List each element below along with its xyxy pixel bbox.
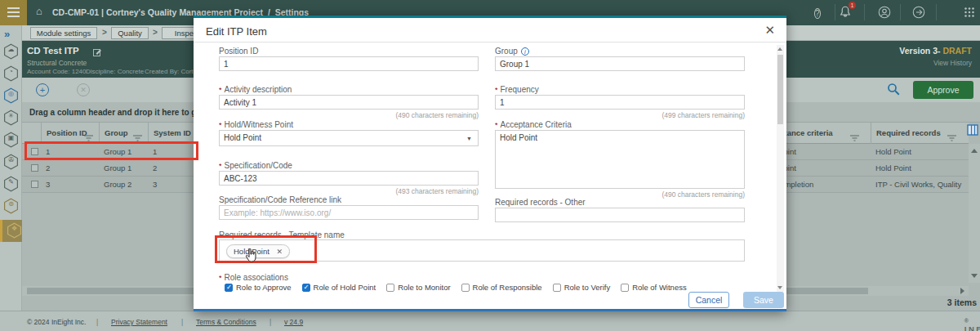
specification-code-field[interactable] [219,171,479,186]
role-option: ✓Role of Hold Point [302,283,376,292]
view-history-link[interactable]: View History [933,59,972,67]
cell-required-records: ITP - Civil Works, Quality Defect [871,177,962,193]
required-records-other-field[interactable] [495,208,745,222]
cell-required-records: Hold Point [871,144,962,160]
divider [936,4,937,20]
app-root: ⌂ CD-CMP-01 | Cortney's Quality Manageme… [0,0,980,331]
scroll-up-icon[interactable] [777,47,782,51]
role-checkbox-approve[interactable]: ✓ [225,284,233,292]
activity-description-field[interactable] [219,95,479,110]
clipboard-icon[interactable]: ✇ [2,153,20,171]
sidebar-item-selected[interactable]: ❖ [0,220,22,242]
divider: | [96,318,98,326]
cell-position-id: 1 [41,144,99,160]
info-icon[interactable]: i [521,47,529,56]
signature-icon[interactable]: ✎ [2,175,20,193]
draft-badge: DRAFT [942,46,972,56]
delete-row-icon[interactable]: ✕ [77,83,90,96]
gauge-icon[interactable]: ◔ [2,65,20,83]
dialog-scrollbar[interactable] [777,45,784,292]
asterisk-icon[interactable]: ✳ [2,109,20,127]
activity-description-label: *Activity description [219,85,292,94]
cloud-icon[interactable]: ☁ [2,42,20,60]
divider [900,4,901,20]
scroll-right-icon[interactable] [960,288,964,294]
role-option: ✓Role to Approve [225,283,292,292]
notifications-bell-icon[interactable]: 1 [838,5,853,20]
target-icon[interactable]: ◎ [2,87,20,105]
characters-remaining: (490 characters remaining) [219,111,479,119]
chevron-right-icon: > [153,28,158,37]
save-button[interactable]: Save [743,292,784,308]
specification-reference-field[interactable] [219,205,479,220]
required-records-template-label: Required records - Template name [219,230,345,239]
panel-subtitle: Structural Concrete [27,59,87,67]
chevron-right-icon: > [102,28,107,37]
role-checkbox-monitor[interactable] [386,284,394,292]
cell-required-records: Hold Point [871,160,962,177]
role-checkbox-responsible[interactable] [461,284,470,292]
home-icon[interactable]: ⌂ [36,5,42,17]
specification-code-label: *Specification/Code [219,161,292,170]
approve-button[interactable]: Approve [913,81,973,99]
divider: | [181,318,183,326]
close-icon[interactable]: ✕ [764,23,775,38]
role-checkbox-witness[interactable] [621,284,629,292]
divider: | [270,318,271,326]
scroll-down-icon[interactable] [777,286,782,289]
cancel-button[interactable]: Cancel [688,292,729,308]
role-checkbox-hold-point[interactable]: ✓ [302,284,310,292]
scroll-up-icon[interactable] [971,149,978,153]
vertical-scrollbar[interactable] [969,144,980,283]
chevron-down-icon: ▼ [466,132,472,146]
row-checkbox[interactable] [31,148,38,155]
template-chip[interactable]: Hold Point ✕ [226,244,290,258]
items-count: 3 items [947,297,977,307]
notification-badge: 1 [849,2,856,9]
user-profile-icon[interactable] [877,5,892,20]
column-chooser-icon[interactable] [967,124,978,136]
logout-icon[interactable] [911,5,926,20]
add-row-icon[interactable]: + [36,83,49,96]
position-id-label: Position ID [219,47,258,56]
version-link[interactable]: v 24.9 [284,318,303,326]
row-checkbox[interactable] [31,164,38,172]
filter-icon[interactable] [947,130,956,145]
filter-icon[interactable] [850,130,859,145]
chip-remove-icon[interactable]: ✕ [276,248,283,256]
page-footer: © 2024 InEight Inc. | Privacy Statement … [0,311,980,331]
hold-witness-point-select[interactable]: Hold Point ▼ [219,130,479,146]
tab-module-settings[interactable]: Module settings [30,27,97,39]
characters-remaining: (493 characters remaining) [219,187,479,195]
hold-witness-point-label: *Hold/Witness Point [219,120,293,129]
scroll-down-icon[interactable] [971,274,978,278]
filter-icon[interactable] [84,130,93,145]
privacy-link[interactable]: Privacy Statement [111,318,167,326]
ineight-logo: INEIGHT® [964,318,969,328]
terms-link[interactable]: Terms & Conditions [196,318,256,326]
frequency-field[interactable] [495,95,745,110]
row-checkbox[interactable] [31,181,38,188]
edit-title-icon[interactable] [92,46,102,60]
scrollbar-thumb[interactable] [777,55,783,124]
search-doc-icon[interactable]: ⊚ [2,197,20,215]
package-icon[interactable]: ▣ [2,131,20,149]
filter-icon[interactable] [133,130,142,145]
search-icon[interactable] [886,82,901,100]
tab-quality[interactable]: Quality [111,27,149,39]
frequency-label: *Frequency [495,85,539,94]
role-checkbox-verify[interactable] [553,284,561,292]
sidebar-expand-icon[interactable]: » [4,28,10,40]
page-title: CD Test ITP [27,46,79,56]
apps-grid-icon[interactable] [962,5,977,20]
position-id-field[interactable] [219,56,479,71]
dialog-title: Edit ITP Item [206,25,267,38]
hamburger-menu-icon[interactable] [0,0,27,25]
divider [835,4,835,20]
acceptance-criteria-field[interactable]: Hold Point [495,130,745,189]
role-option: Role of Witness [621,283,687,292]
required-records-template-field[interactable]: Hold Point ✕ [219,239,745,262]
help-icon[interactable]: ? [814,5,829,20]
cell-position-id: 3 [41,177,99,193]
group-field[interactable] [495,56,745,71]
